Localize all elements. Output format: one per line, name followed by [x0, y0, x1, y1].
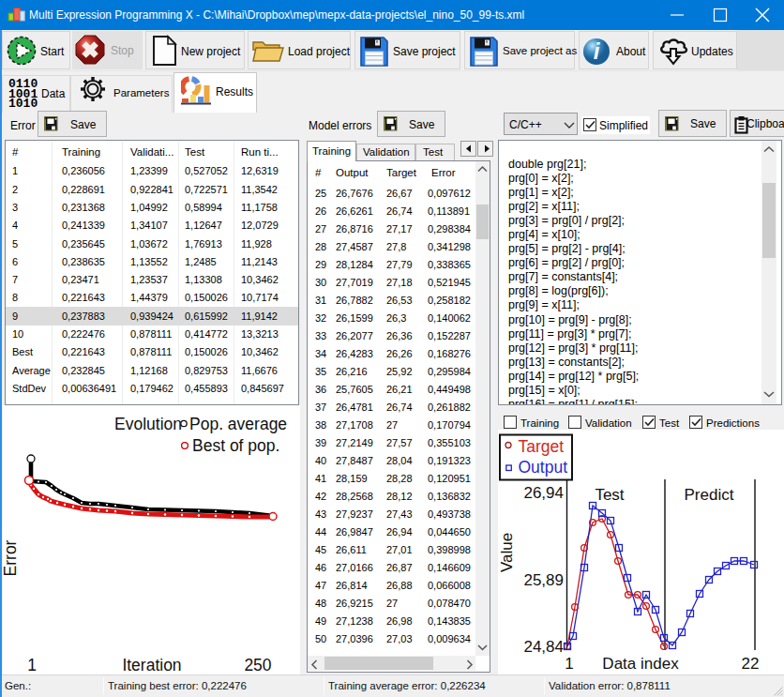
svg-text:22: 22 [742, 655, 760, 673]
svg-text:Best of pop.: Best of pop. [192, 436, 279, 455]
svg-text:Data index: Data index [602, 655, 679, 673]
svg-text:Test: Test [595, 486, 624, 504]
svg-text:25,89: 25,89 [523, 571, 564, 589]
svg-text:Target: Target [519, 437, 565, 456]
svg-text:26,94: 26,94 [523, 484, 564, 502]
svg-text:Output: Output [519, 458, 568, 477]
svg-text:Value: Value [498, 533, 516, 572]
svg-text:Iteration: Iteration [122, 656, 181, 674]
svg-text:Evolution: Evolution [114, 415, 182, 433]
svg-text:Predict: Predict [685, 486, 734, 504]
svg-text:Pop. average: Pop. average [189, 415, 287, 433]
svg-text:250: 250 [244, 656, 271, 674]
svg-text:Error: Error [3, 539, 20, 576]
svg-text:1: 1 [27, 656, 37, 674]
svg-text:1: 1 [565, 655, 573, 673]
svg-text:24,84: 24,84 [523, 638, 564, 656]
